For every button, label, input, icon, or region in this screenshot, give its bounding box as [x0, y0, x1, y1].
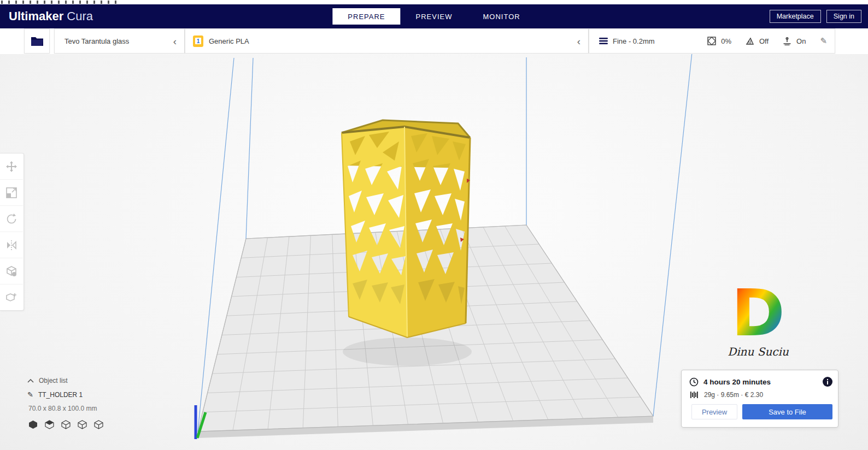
layers-profile-icon: [599, 37, 608, 45]
adhesion-icon: [783, 37, 791, 45]
left-tool-rail: [0, 153, 24, 311]
caret-up-icon: [27, 379, 34, 383]
chevron-left-icon: ‹: [576, 36, 582, 46]
support-setting: Off: [746, 37, 769, 45]
watermark-d-icon: D: [712, 279, 805, 345]
object-list-label: Object list: [39, 377, 68, 384]
support-blocker-tool-button[interactable]: [0, 285, 23, 310]
rotate-tool-button[interactable]: [0, 206, 23, 232]
marketplace-button[interactable]: Marketplace: [770, 10, 821, 23]
object-list-toggle[interactable]: Object list: [27, 377, 103, 384]
cube-outline-icon[interactable]: [78, 420, 87, 429]
mirror-tool-button[interactable]: [0, 232, 23, 258]
per-model-settings-icon: [5, 265, 17, 277]
header-actions: Marketplace Sign in: [770, 4, 861, 28]
mirror-icon: [5, 239, 17, 251]
support-icon: [746, 37, 754, 45]
material-name: Generic PLA: [209, 37, 249, 45]
tab-preview[interactable]: PREVIEW: [401, 8, 468, 25]
scale-icon: [5, 187, 17, 199]
main-header: UltimakerCura PREPARE PREVIEW MONITOR Ma…: [0, 4, 868, 28]
info-icon[interactable]: [823, 377, 832, 387]
clock-icon: [689, 377, 699, 387]
object-list-panel: Object list ✎ TT_HOLDER 1 70.0 x 80.8 x …: [27, 377, 103, 429]
chevron-left-icon: ‹: [172, 36, 178, 46]
cube-solid-icon[interactable]: [28, 420, 38, 429]
extruder-number: 1: [195, 38, 201, 44]
preview-button[interactable]: Preview: [691, 404, 737, 419]
support-blocker-icon: [5, 292, 17, 304]
save-to-file-button[interactable]: Save to File: [742, 404, 832, 419]
model-shadow: [343, 338, 472, 366]
print-time-estimate: 4 hours 20 minutes: [703, 378, 823, 386]
tab-prepare[interactable]: PREPARE: [332, 8, 400, 25]
cube-top-icon[interactable]: [45, 420, 54, 429]
open-file-button[interactable]: [24, 28, 50, 54]
scale-tool-button[interactable]: [0, 180, 23, 206]
cropped-text-artifact: [1, 1, 117, 4]
profile-setting: Fine - 0.2mm: [599, 37, 707, 45]
print-summary-panel: 4 hours 20 minutes 29g · 9.65m · € 2.30 …: [681, 370, 838, 428]
object-name: TT_HOLDER 1: [38, 391, 83, 399]
move-tool-button[interactable]: [0, 153, 23, 180]
infill-value: 0%: [721, 37, 731, 45]
rotate-icon: [5, 213, 17, 225]
sign-in-button[interactable]: Sign in: [826, 10, 861, 23]
support-value: Off: [759, 37, 769, 45]
svg-text:D: D: [731, 279, 785, 345]
profile-value: Fine - 0.2mm: [613, 37, 655, 45]
logo-cura: Cura: [67, 9, 93, 23]
infill-setting: 0%: [707, 37, 731, 45]
app-logo: UltimakerCura: [9, 9, 93, 23]
edit-settings-pencil-icon[interactable]: ✎: [820, 36, 827, 46]
cube-outline-icon[interactable]: [94, 420, 103, 429]
material-spool-icon: [690, 391, 698, 399]
open-folder-icon: [31, 35, 44, 46]
model-tt-holder[interactable]: [342, 120, 470, 338]
object-dimensions: 70.0 x 80.8 x 100.0 mm: [28, 405, 103, 412]
object-list-item[interactable]: ✎ TT_HOLDER 1: [27, 390, 103, 399]
adhesion-setting: On: [783, 37, 806, 45]
adhesion-value: On: [796, 37, 806, 45]
screen-edge-artifact: [0, 0, 868, 4]
printer-name: Tevo Tarantula glass: [64, 37, 129, 45]
cube-outline-icon[interactable]: [61, 420, 71, 429]
logo-ultimaker: Ultimaker: [9, 9, 63, 23]
tab-monitor[interactable]: MONITOR: [467, 8, 535, 25]
extruder-badge-icon: 1: [193, 35, 203, 47]
per-model-settings-tool-button[interactable]: [0, 258, 23, 285]
object-cube-icons: [28, 420, 103, 429]
infill-icon: [707, 37, 716, 45]
material-selector[interactable]: 1 Generic PLA ‹: [185, 28, 589, 54]
move-icon: [5, 160, 18, 173]
rename-pencil-icon: ✎: [27, 390, 33, 399]
material-estimate: 29g · 9.65m · € 2.30: [704, 391, 763, 399]
printer-selector[interactable]: Tevo Tarantula glass ‹: [54, 28, 185, 54]
watermark-logo: D Dinu Suciu: [712, 279, 805, 358]
configuration-bar: Tevo Tarantula glass ‹ 1 Generic PLA ‹ F…: [0, 28, 868, 55]
print-settings-panel[interactable]: Fine - 0.2mm 0% Off: [589, 28, 835, 54]
watermark-name: Dinu Suciu: [712, 345, 805, 358]
stage-tabs: PREPARE PREVIEW MONITOR: [332, 4, 535, 28]
